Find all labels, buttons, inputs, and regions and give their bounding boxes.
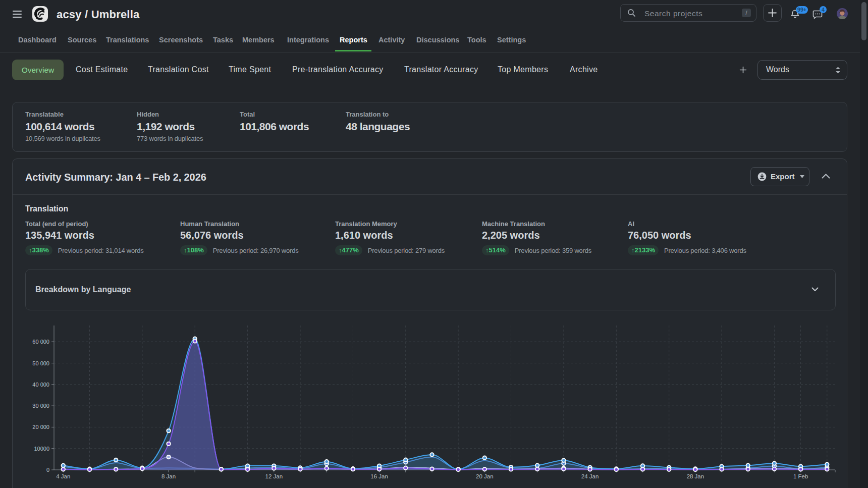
svg-text:0: 0 [46, 467, 49, 473]
svg-text:12 Jan: 12 Jan [265, 473, 283, 479]
svg-text:8 Jan: 8 Jan [161, 473, 176, 479]
svg-text:30 000: 30 000 [32, 403, 49, 409]
svg-text:20 Jan: 20 Jan [476, 473, 494, 479]
svg-text:20 000: 20 000 [32, 424, 49, 430]
svg-text:16 Jan: 16 Jan [370, 473, 388, 479]
svg-text:60 000: 60 000 [32, 339, 49, 345]
svg-text:28 Jan: 28 Jan [687, 473, 704, 479]
svg-text:24 Jan: 24 Jan [581, 473, 599, 479]
svg-text:4 Jan: 4 Jan [56, 473, 70, 479]
svg-text:50 000: 50 000 [32, 360, 49, 366]
svg-text:10000: 10000 [34, 446, 49, 452]
svg-text:1 Feb: 1 Feb [793, 473, 808, 479]
svg-text:40 000: 40 000 [32, 382, 49, 388]
